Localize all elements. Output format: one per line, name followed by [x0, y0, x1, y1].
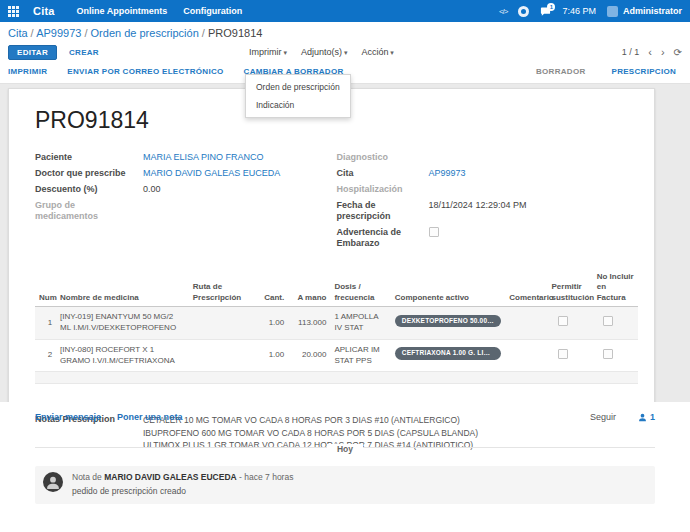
note-line: CETALER 10 MG TOMAR VO CADA 8 HORAS POR … — [143, 414, 478, 426]
label-descuento: Descuento (%) — [35, 184, 143, 196]
person-icon — [46, 475, 60, 489]
activity-icon[interactable] — [518, 6, 529, 17]
navbar: Cita Online Appointments Configuration <… — [0, 0, 690, 22]
day-divider-label: Hoy — [327, 444, 363, 454]
label-doctor: Doctor que prescribe — [35, 168, 143, 180]
cell-num: 1 — [35, 307, 56, 340]
edit-button[interactable]: EDITAR — [8, 45, 57, 60]
col-a-mano[interactable]: A mano — [288, 269, 330, 307]
cell-route — [189, 307, 255, 340]
field-paciente[interactable]: MARIA ELISA PINO FRANCO — [143, 152, 264, 164]
label-cita: Cita — [337, 168, 429, 180]
cell-num: 2 — [35, 339, 56, 372]
field-fecha-prescripcion: 18/11/2024 12:29:04 PM — [429, 200, 527, 223]
field-descuento: 0.00 — [143, 184, 161, 196]
send-message-button[interactable]: Enviar mensaje — [35, 412, 101, 422]
label-advertencia-embarazo: Advertencia de Embarazo — [337, 227, 429, 250]
breadcrumb-prescription-list[interactable]: Orden de prescripción — [91, 27, 208, 39]
message-prefix: Nota de — [72, 472, 102, 482]
label-fecha-prescripcion: Fecha de prescripción — [337, 200, 429, 223]
cell-dose: 1 AMPOLLA IV STAT — [330, 307, 390, 340]
messages-badge: 1 — [547, 3, 555, 11]
col-comentario[interactable]: Comentario — [505, 269, 547, 307]
table-row-empty — [35, 372, 638, 384]
apps-menu-icon[interactable] — [8, 6, 19, 17]
cell-qty: 1.00 — [255, 307, 288, 340]
print-dropdown-toggle[interactable]: Imprimir — [249, 47, 287, 57]
pager: 1 / 1 ‹ › ⟳ — [622, 47, 682, 58]
attachments-dropdown-toggle[interactable]: Adjunto(s) — [301, 47, 348, 57]
message-time: - hace 7 horas — [239, 472, 293, 482]
menu-item-indicacion[interactable]: Indicación — [246, 96, 350, 114]
message-body: pedido de prescripción creado — [72, 486, 293, 496]
print-action-button[interactable]: IMPRIMIR — [8, 67, 47, 76]
follow-button[interactable]: Seguir — [590, 412, 616, 422]
col-nombre-medicina[interactable]: Nombre de medicina — [56, 269, 189, 307]
status-borrador[interactable]: BORRADOR — [536, 67, 586, 76]
field-cita[interactable]: AP99973 — [429, 168, 466, 180]
active-component-tag[interactable]: DEXKETOPROFENO 50.00 MG — [395, 315, 502, 328]
top-menu: Online Appointments Configuration — [77, 6, 243, 16]
col-componente-activo[interactable]: Componente activo — [391, 269, 506, 307]
send-email-button[interactable]: ENVIAR POR CORREO ELECTRÓNICO — [67, 67, 223, 76]
message-author[interactable]: MARIO DAVID GALEAS EUCEDA — [104, 472, 237, 482]
col-dosis-frecuencia[interactable]: Dosis / frecuencia — [330, 269, 390, 307]
menu-configuration[interactable]: Configuration — [183, 6, 242, 16]
control-panel: CitaAP99973Orden de prescripciónPRO91814… — [0, 22, 690, 84]
cell-on-hand: 20.000 — [288, 339, 330, 372]
table-row[interactable]: 1 [INY-019] ENANTYUM 50 MG/2 ML I.M/I.V/… — [35, 307, 638, 340]
field-doctor[interactable]: MARIO DAVID GALEAS EUCEDA — [143, 168, 280, 180]
pager-next-icon[interactable]: › — [661, 47, 665, 58]
pregnancy-warning-checkbox[interactable] — [429, 227, 439, 237]
followers-button[interactable]: 1 — [638, 412, 655, 422]
followers-count: 1 — [650, 412, 655, 422]
label-diagnostico: Diagnostico — [337, 152, 429, 164]
breadcrumb-app[interactable]: Cita — [8, 27, 36, 39]
messages-icon[interactable]: 1 — [540, 6, 551, 17]
refresh-icon[interactable]: ⟳ — [674, 47, 682, 58]
menu-online-appointments[interactable]: Online Appointments — [77, 6, 168, 16]
create-button[interactable]: CREAR — [69, 48, 99, 57]
col-cantidad[interactable]: Cant. — [255, 269, 288, 307]
col-ruta-prescripcion[interactable]: Ruta de Prescripción — [189, 269, 255, 307]
message-avatar — [43, 472, 63, 492]
clock-label: 7:46 PM — [562, 6, 596, 16]
cell-dose: APLICAR IM STAT PPS — [330, 339, 390, 372]
developer-icon[interactable]: </> — [499, 7, 508, 16]
cell-route — [189, 339, 255, 372]
col-permitir-sustitucion[interactable]: Permitir sustitución — [548, 269, 593, 307]
action-dropdown-toggle[interactable]: Acción — [361, 47, 393, 57]
pager-previous-icon[interactable]: ‹ — [648, 47, 652, 58]
message-header: Nota de MARIO DAVID GALEAS EUCEDA - hace… — [72, 472, 293, 482]
menu-item-orden-de-prescripcion[interactable]: Orden de prescripción — [246, 78, 350, 96]
statusbar: BORRADOR PRESCRIPCION — [536, 67, 682, 76]
log-note-button[interactable]: Poner una nota — [117, 412, 183, 422]
day-divider: Hoy — [35, 438, 655, 456]
pager-count: 1 / 1 — [622, 47, 640, 57]
label-paciente: Paciente — [35, 152, 143, 164]
status-prescripcion[interactable]: PRESCRIPCION — [612, 67, 677, 76]
exclude-invoice-checkbox[interactable] — [603, 349, 613, 359]
form-view: PRO91814 Paciente MARIA ELISA PINO FRANC… — [0, 84, 690, 402]
substitution-checkbox[interactable] — [558, 349, 568, 359]
substitution-checkbox[interactable] — [558, 316, 568, 326]
app-name[interactable]: Cita — [33, 5, 55, 17]
breadcrumb-appointment[interactable]: AP99973 — [36, 27, 90, 39]
app-window: Cita Online Appointments Configuration <… — [0, 0, 690, 532]
col-no-incluir-factura[interactable]: No Incluir en Factura — [593, 269, 638, 307]
print-dropdown-menu: Orden de prescripción Indicación — [245, 74, 351, 118]
user-name: Administrator — [623, 6, 682, 16]
cell-comment — [505, 339, 547, 372]
col-num[interactable]: Num — [35, 269, 56, 307]
table-row[interactable]: 2 [INY-080] ROCEFORT X 1 GRAMO I.V/I.M/C… — [35, 339, 638, 372]
exclude-invoice-checkbox[interactable] — [603, 316, 613, 326]
user-avatar — [607, 6, 618, 17]
cell-medicine-name: [INY-019] ENANTYUM 50 MG/2 ML I.M/I.V/DE… — [56, 307, 189, 340]
active-component-tag[interactable]: CEFTRIAXONA 1.00 G. LIDOCAINA ... — [395, 347, 502, 360]
breadcrumb: CitaAP99973Orden de prescripciónPRO91814 — [0, 22, 690, 41]
label-hospitalizacion: Hospitalización — [337, 184, 429, 196]
follower-person-icon — [638, 413, 647, 422]
cell-medicine-name: [INY-080] ROCEFORT X 1 GRAMO I.V/I.M/CEF… — [56, 339, 189, 372]
cell-on-hand: 113.000 — [288, 307, 330, 340]
user-menu[interactable]: Administrator — [607, 6, 682, 17]
